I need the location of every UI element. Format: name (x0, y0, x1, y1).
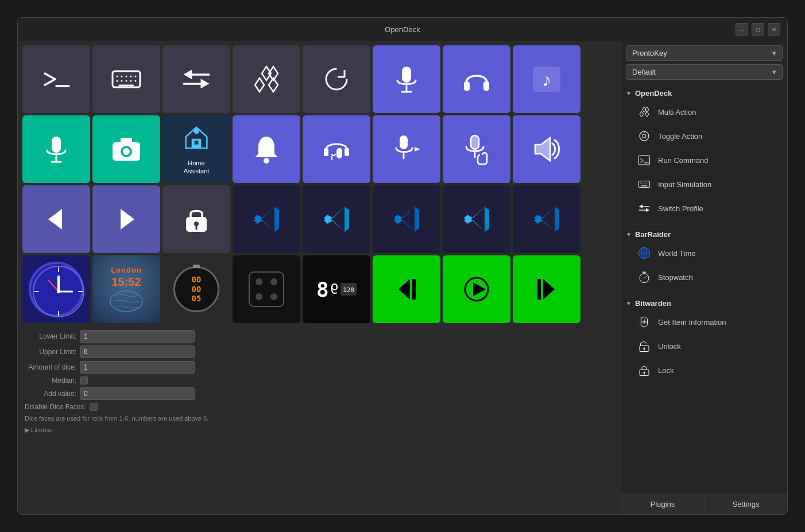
upper-limit-label: Upper Limit: (25, 348, 76, 356)
svg-point-61 (256, 278, 262, 285)
cell-headphone-blue[interactable] (443, 45, 510, 113)
amount-dice-label: Amount of dice: (25, 363, 76, 371)
barraider-arrow: ▼ (626, 231, 632, 238)
london-time-label: 15:52 (111, 275, 141, 289)
svg-point-89 (638, 247, 649, 258)
opendeck-section-header[interactable]: ▼ OpenDeck (626, 87, 783, 100)
sidebar-item-run-command[interactable]: Run Command (626, 148, 783, 172)
vscode-2-icon (319, 202, 354, 236)
disable-dice-checkbox[interactable] (90, 403, 98, 411)
default-dropdown[interactable]: Default ▾ (626, 64, 783, 80)
plugins-button[interactable]: Plugins (621, 494, 704, 514)
add-value-input[interactable] (80, 387, 195, 400)
svg-rect-35 (324, 148, 328, 156)
cell-media-next[interactable] (513, 255, 580, 323)
median-checkbox[interactable] (80, 376, 88, 385)
cell-dice[interactable] (233, 255, 300, 323)
svg-point-72 (643, 134, 646, 138)
sidebar-item-input-simulation[interactable]: Input Simulation (626, 172, 783, 196)
cell-terminal[interactable] (22, 45, 90, 113)
barraider-section-header[interactable]: ▼ BarRaider (626, 228, 783, 241)
cell-mic-blue[interactable] (373, 45, 440, 113)
lower-limit-input[interactable] (80, 330, 195, 343)
cell-bell-blue[interactable] (233, 115, 300, 183)
svg-rect-24 (52, 137, 61, 153)
cell-home-assistant[interactable]: HomeAssistant (162, 115, 230, 183)
sidebar-item-lock[interactable]: Lock (626, 358, 783, 382)
cell-vscode-4[interactable] (443, 185, 510, 253)
camera-teal-icon (109, 132, 144, 166)
opendeck-arrow: ▼ (626, 90, 632, 96)
cell-switch[interactable] (162, 45, 230, 113)
unlock-label: Unlock (658, 342, 681, 351)
svg-rect-20 (464, 81, 470, 91)
svg-marker-69 (543, 279, 555, 300)
run-command-icon (636, 152, 652, 168)
sidebar-item-stopwatch[interactable]: Stopwatch (626, 265, 783, 289)
sidebar-item-unlock[interactable]: Unlock (626, 334, 783, 358)
cell-mic-arrow[interactable] (373, 115, 440, 183)
maximize-button[interactable]: □ (752, 23, 764, 36)
grid-row-2: HomeAssistant (22, 115, 616, 183)
lock-icon (179, 202, 214, 236)
cell-keyboard[interactable] (92, 45, 160, 113)
cell-music-note[interactable]: ♪ (513, 45, 580, 113)
cell-vscode-5[interactable] (513, 185, 580, 253)
opendeck-section: ▼ OpenDeck Multi Action (621, 84, 787, 223)
close-button[interactable]: ✕ (768, 23, 780, 36)
minimize-button[interactable]: — (736, 23, 748, 36)
sidebar-item-world-time[interactable]: World Time (626, 241, 783, 265)
cell-refresh[interactable] (303, 45, 370, 113)
cell-nav-right[interactable] (92, 185, 160, 253)
svg-rect-33 (195, 141, 199, 145)
get-item-info-label: Get Item Information (658, 318, 726, 327)
sidebar-footer: Plugins Settings (621, 494, 787, 514)
multi-icon (249, 62, 284, 96)
profile-dropdown-arrow: ▾ (772, 49, 776, 57)
cell-camera-teal[interactable] (92, 115, 160, 183)
multi-action-icon (636, 104, 652, 120)
opendeck-section-label: OpenDeck (635, 89, 672, 98)
lower-limit-label: Lower Limit: (25, 332, 76, 340)
sidebar-item-switch-profile[interactable]: Switch Profile (626, 196, 783, 220)
dice-svg (246, 269, 287, 309)
sidebar-item-multi-action[interactable]: Multi Action (626, 100, 783, 124)
svg-rect-60 (249, 272, 284, 306)
toggle-action-icon (636, 128, 652, 144)
stopwatch-sidebar-icon (636, 269, 652, 285)
cell-mic-teal[interactable] (22, 115, 90, 183)
barraider-section-label: BarRaider (635, 230, 671, 239)
run-command-label: Run Command (658, 156, 708, 165)
upper-limit-input[interactable] (80, 345, 195, 358)
cell-vscode-3[interactable] (373, 185, 440, 253)
bitwarden-section-header[interactable]: ▼ Bitwarden (626, 297, 783, 310)
cell-vscode-2[interactable] (303, 185, 370, 253)
cell-vscode-1[interactable] (233, 185, 300, 253)
cell-headphone-mic[interactable] (303, 115, 370, 183)
cell-multi[interactable] (233, 45, 300, 113)
font-display: 8 9 128 (316, 278, 357, 301)
keyboard-icon (109, 62, 144, 96)
license-toggle[interactable]: ▶ License (25, 426, 614, 434)
profile-dropdown[interactable]: ProntoKey ▾ (626, 45, 783, 61)
amount-dice-input[interactable] (80, 361, 195, 374)
cell-mic-hand[interactable] (443, 115, 510, 183)
cell-font-display[interactable]: 8 9 128 (303, 255, 370, 323)
svg-rect-66 (412, 279, 416, 300)
cell-media-play[interactable] (443, 255, 510, 323)
grid-row-4: London 15:52 (22, 255, 616, 323)
cell-speaker-blue[interactable] (513, 115, 580, 183)
cell-nav-left[interactable] (22, 185, 90, 253)
window-controls: — □ ✕ (736, 23, 780, 36)
settings-button[interactable]: Settings (704, 494, 787, 514)
cell-analog-clock[interactable] (22, 255, 90, 323)
cell-media-prev[interactable] (373, 255, 440, 323)
input-simulation-icon (636, 176, 652, 192)
arrow-right-icon (109, 202, 144, 236)
cell-stopwatch[interactable]: 000005 (162, 255, 230, 323)
cell-london-time[interactable]: London 15:52 (92, 255, 160, 323)
sidebar-item-toggle-action[interactable]: Toggle Action (626, 124, 783, 148)
cell-lock[interactable] (162, 185, 230, 253)
form-section: Lower Limit: Upper Limit: Amount of dice… (22, 327, 616, 437)
sidebar-item-get-item-info[interactable]: Get Item Information (626, 310, 783, 334)
